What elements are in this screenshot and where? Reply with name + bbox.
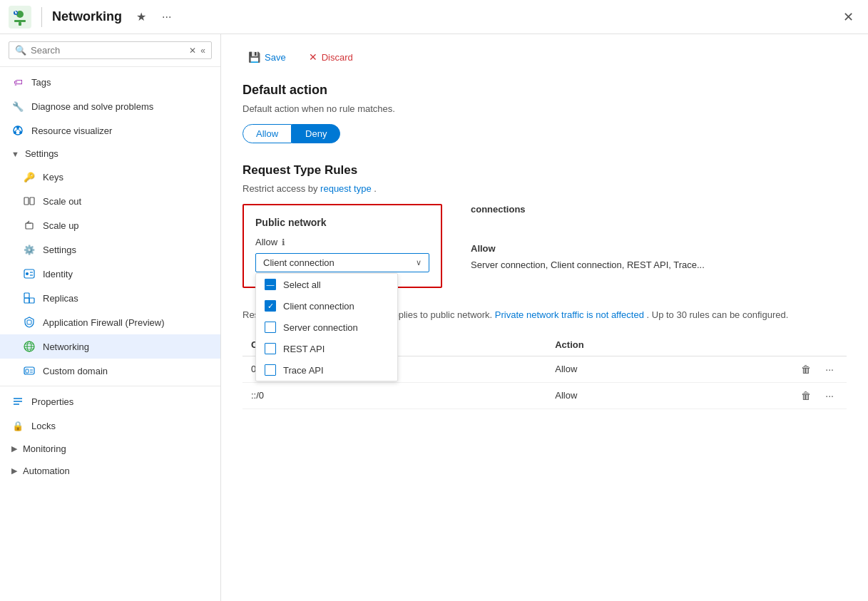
request-type-title: Request Type Rules [242,163,847,178]
request-type-rules-section: Request Type Rules Restrict access by re… [242,163,847,288]
sidebar-group-monitoring[interactable]: ▶ Monitoring [0,438,220,460]
sidebar-item-label: Diagnose and solve problems [31,101,209,112]
sidebar-group-label: Automation [23,466,70,476]
search-input[interactable] [31,45,185,56]
discard-button[interactable]: ✕ Discard [303,48,359,66]
rules-content: Public network Allow ℹ Client connection… [242,204,847,288]
svg-line-10 [18,129,21,131]
row-more-button[interactable]: ··· [821,362,838,376]
title-divider [41,7,42,27]
request-type-link[interactable]: request type [320,183,372,194]
search-icon: 🔍 [15,45,26,56]
top-bar-actions: ★ ··· [132,9,175,25]
allow-col: Allow Server connection, Client connecti… [471,243,847,270]
close-button[interactable]: ✕ [837,6,859,28]
favorite-button[interactable]: ★ [132,9,150,25]
sidebar-item-label: Tags [31,77,209,88]
sidebar-item-identity[interactable]: Identity [0,262,220,286]
dropdown-option-label: Client connection [283,301,354,312]
content-area: 💾 Save ✕ Discard Default action Default … [221,34,868,601]
allow-text: Allow [255,237,277,247]
trace-api-checkbox[interactable] [265,364,276,376]
allow-toggle[interactable]: Allow [242,124,292,143]
search-box: 🔍 ✕ « [9,41,212,59]
svg-rect-21 [27,320,31,324]
table-row: ::/0 Allow 🗑 ··· [242,382,847,409]
dropdown-value: Client connection [263,257,335,268]
save-icon: 💾 [248,51,260,63]
key-icon: 🔑 [23,170,36,183]
delete-row-button[interactable]: 🗑 [797,389,815,403]
toolbar: 💾 Save ✕ Discard [242,48,847,66]
sidebar-group-automation[interactable]: ▶ Automation [0,460,220,482]
dropdown-option-client-connection[interactable]: ✓ Client connection [256,295,397,317]
cidr-value: ::/0 [242,382,546,409]
sidebar-item-locks[interactable]: 🔒 Locks [0,413,220,438]
connections-label: connections [471,204,526,215]
connection-type-dropdown[interactable]: Client connection ∨ [255,253,429,272]
allow-label-row: Allow ℹ [255,237,429,247]
sidebar-item-scale-up[interactable]: Scale up [0,213,220,237]
chevron-down-icon: ∨ [416,258,422,267]
main-layout: 🔍 ✕ « 🏷 Tags 🔧 Diagnose and solve proble… [0,34,868,601]
dropdown-option-trace-api[interactable]: Trace API [256,359,397,381]
dropdown-option-server-connection[interactable]: Server connection [256,317,397,338]
resource-visualizer-icon [11,124,24,137]
sidebar-item-resource-visualizer[interactable]: Resource visualizer [0,118,220,143]
card-title: Public network [255,217,429,228]
sidebar-item-replicas[interactable]: Replicas [0,286,220,310]
svg-rect-18 [24,293,29,298]
svg-rect-11 [24,197,29,205]
sidebar-item-label: Settings [43,245,209,255]
default-action-section: Default action Default action when no ru… [242,83,847,143]
sidebar-item-label: Properties [31,396,209,407]
scale-out-icon [23,195,36,207]
svg-point-7 [14,131,16,134]
row-more-button[interactable]: ··· [821,389,838,403]
dropdown-option-select-all[interactable]: — Select all [256,274,397,295]
sidebar-item-networking[interactable]: Networking [0,334,220,359]
sidebar-item-label: Identity [43,269,209,279]
col-header-action: Action [546,334,679,356]
sidebar-item-label: Locks [31,421,209,431]
delete-row-button[interactable]: 🗑 [797,362,815,376]
svg-line-9 [15,129,18,131]
select-all-checkbox[interactable]: — [265,279,276,290]
sidebar-group-label: Settings [25,148,58,159]
sidebar-item-application-firewall[interactable]: Application Firewall (Preview) [0,310,220,334]
save-label: Save [265,52,286,63]
firewall-icon [23,316,36,329]
sidebar-item-scale-out[interactable]: Scale out [0,189,220,213]
rules-right-section: connections Allow Server connection, Cli… [456,204,847,288]
checkbox-partial-mark: — [267,280,275,289]
properties-icon [11,395,24,408]
sidebar-group-settings[interactable]: ▼ Settings [0,143,220,165]
connections-header: connections [471,204,847,215]
svg-point-8 [19,131,22,134]
sidebar-item-settings[interactable]: ⚙️ Settings [0,237,220,262]
public-network-card: Public network Allow ℹ Client connection… [242,204,442,288]
client-connection-checkbox[interactable]: ✓ [265,300,276,312]
search-collapse-icon[interactable]: « [200,46,205,56]
row-actions: 🗑 ··· [688,362,838,376]
sidebar-item-label: Resource visualizer [31,125,209,136]
sidebar-item-keys[interactable]: 🔑 Keys [0,165,220,189]
save-button[interactable]: 💾 Save [242,48,292,66]
sidebar-item-tags[interactable]: 🏷 Tags [0,70,220,94]
networking-icon [23,340,36,353]
more-button[interactable]: ··· [158,9,175,25]
sidebar-item-diagnose[interactable]: 🔧 Diagnose and solve problems [0,94,220,118]
sidebar-item-properties[interactable]: Properties [0,389,220,413]
dropdown-option-rest-api[interactable]: REST API [256,338,397,359]
svg-rect-26 [26,369,29,373]
app-icon [9,6,31,29]
search-clear-icon[interactable]: ✕ [189,46,196,56]
server-connection-checkbox[interactable] [265,322,276,333]
sidebar-group-label: Monitoring [23,443,66,454]
private-network-link[interactable]: Private network traffic is not affected [495,309,644,320]
rest-api-checkbox[interactable] [265,343,276,354]
dropdown-option-label: Server connection [283,322,358,333]
sidebar-item-label: Scale out [43,196,209,207]
deny-toggle[interactable]: Deny [292,124,340,143]
sidebar-item-custom-domain[interactable]: Custom domain [0,359,220,383]
